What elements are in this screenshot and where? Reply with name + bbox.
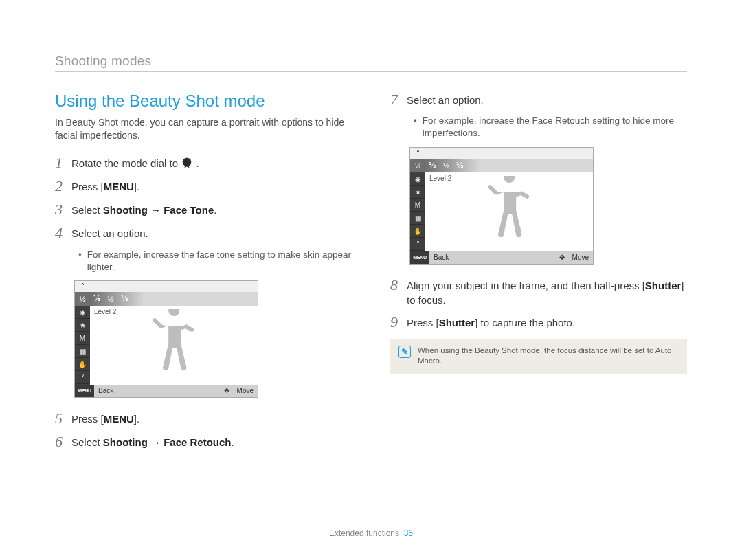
move-icon: ✥ xyxy=(557,253,567,262)
sidebar-icon: ◉ xyxy=(410,172,425,186)
step-9: 9 Press [Shutter] to capture the photo. xyxy=(390,314,687,331)
step-text: Select Shooting → Face Tone. xyxy=(71,201,216,217)
text: Select xyxy=(71,436,103,448)
page-number: 36 xyxy=(404,528,413,538)
person-silhouette-icon xyxy=(148,309,210,385)
text: . xyxy=(214,204,216,216)
move-label: Move xyxy=(568,254,593,261)
step-4-sub-bullet: • For example, increase the face tone se… xyxy=(78,249,352,273)
header-rule xyxy=(55,71,687,72)
level-tabs: ½ ⅓ ½ ⅓ xyxy=(410,159,593,172)
text: Press [ xyxy=(71,413,104,425)
step-number: 6 xyxy=(55,434,71,450)
step-number: 1 xyxy=(55,155,71,171)
step-text: Rotate the mode dial to + . xyxy=(71,155,199,170)
step-3: 3 Select Shooting → Face Tone. xyxy=(55,201,352,218)
sidebar-icon: M xyxy=(75,332,90,345)
bullet-dot: • xyxy=(78,249,82,273)
bottom-bar: MENU Back ✥ Move xyxy=(410,251,593,264)
move-label: Move xyxy=(233,387,258,394)
page-footer: Extended functions 36 xyxy=(0,528,742,538)
chevron-down-icon: ˅ xyxy=(410,238,425,251)
bullet-dot: • xyxy=(414,115,417,139)
content-columns: Using the Beauty Shot mode In Beauty Sho… xyxy=(55,91,687,457)
sub-bullet-text: For example, increase the Face Retouch s… xyxy=(423,115,687,139)
step-5: 5 Press [MENU]. xyxy=(55,410,352,427)
page-title: Using the Beauty Shot mode xyxy=(55,91,352,111)
right-column: 7 Select an option. • For example, incre… xyxy=(390,91,687,457)
text: Rotate the mode dial to xyxy=(71,157,181,169)
sidebar-icon: ★ xyxy=(410,186,425,199)
chevron-up-icon: ˄ xyxy=(410,148,425,159)
person-silhouette-icon xyxy=(483,176,545,251)
text: Press [ xyxy=(407,317,439,328)
sidebar-icon: ★ xyxy=(75,319,90,332)
tab-option: ⅓ xyxy=(117,294,131,303)
tab-option: ½ xyxy=(104,295,117,303)
text: Align your subject in the frame, and the… xyxy=(407,280,645,291)
step-number: 9 xyxy=(390,314,407,331)
camera-ui-screenshot-face-retouch: ˄ ½ ⅓ ½ ⅓ ◉ ★ M ▦ ✋ ˅ xyxy=(409,147,594,265)
steps-list-left-cont: 5 Press [MENU]. 6 Select Shooting → Face… xyxy=(55,410,352,450)
text-bold: MENU xyxy=(104,413,134,425)
sidebar-icon: ▦ xyxy=(75,345,90,358)
text: Press [ xyxy=(71,181,104,192)
intro-paragraph: In Beauty Shot mode, you can capture a p… xyxy=(55,116,352,142)
step-number: 3 xyxy=(55,201,71,218)
footer-label: Extended functions xyxy=(329,528,399,538)
step-text: Select an option. xyxy=(407,91,484,107)
step-7: 7 Select an option. xyxy=(390,91,687,108)
preview-area: Level 2 xyxy=(90,306,258,385)
note-icon: ✎ xyxy=(398,346,411,358)
step-number: 7 xyxy=(390,91,407,108)
text-bold: MENU xyxy=(104,181,134,192)
level-label: Level 2 xyxy=(429,175,451,182)
camera-ui-screenshot-face-tone: ˄ ½ ⅓ ½ ⅓ ◉ ★ M ▦ ✋ ˅ xyxy=(74,280,258,398)
left-column: Using the Beauty Shot mode In Beauty Sho… xyxy=(55,91,352,457)
text: ] to capture the photo. xyxy=(475,317,575,328)
sub-bullet-text: For example, increase the face tone sett… xyxy=(87,249,352,273)
text: ]. xyxy=(134,413,139,425)
text: Select xyxy=(71,204,103,216)
menu-button-icon: MENU xyxy=(410,251,429,264)
step-text: Align your subject in the frame, and the… xyxy=(407,277,687,307)
text-bold: Shutter xyxy=(439,317,475,328)
steps-list-left: 1 Rotate the mode dial to + . 2 Press [M… xyxy=(55,155,352,242)
text-bold: Shooting → Face Tone xyxy=(103,204,214,216)
step-4: 4 Select an option. xyxy=(55,225,352,241)
step-text: Press [Shutter] to capture the photo. xyxy=(407,314,575,330)
sidebar-icon: M xyxy=(410,199,425,212)
svg-text:+: + xyxy=(190,157,192,160)
chevron-up-icon: ˄ xyxy=(75,281,90,292)
sidebar-icon: ▦ xyxy=(410,212,425,225)
back-label: Back xyxy=(429,254,453,261)
text: ]. xyxy=(134,181,139,192)
beauty-shot-mode-icon: + xyxy=(181,157,193,169)
tab-option: ⅓ xyxy=(453,161,466,170)
text-bold: Shooting → Face Retouch xyxy=(103,436,232,448)
step-7-sub-bullet: • For example, increase the Face Retouch… xyxy=(414,115,687,139)
note-text: When using the Beauty Shot mode, the foc… xyxy=(418,346,679,367)
steps-list-right-cont: 8 Align your subject in the frame, and t… xyxy=(390,277,687,331)
move-icon: ✥ xyxy=(222,386,232,396)
preview-area: Level 2 xyxy=(425,172,593,251)
step-number: 5 xyxy=(55,410,71,427)
tab-option: ⅓ xyxy=(425,161,439,170)
section-header: Shooting modes xyxy=(55,54,687,71)
sidebar-icon: ◉ xyxy=(75,306,90,319)
sidebar-icon: ✋ xyxy=(75,358,90,371)
step-6: 6 Select Shooting → Face Retouch. xyxy=(55,434,352,450)
text-bold: Shutter xyxy=(645,280,682,291)
tab-option: ½ xyxy=(439,161,453,170)
chevron-down-icon: ˅ xyxy=(75,371,90,384)
tab-option: ⅓ xyxy=(90,294,104,303)
step-text: Select Shooting → Face Retouch. xyxy=(71,434,234,449)
sidebar-icon: ✋ xyxy=(410,225,425,238)
step-number: 8 xyxy=(390,277,407,293)
text: . xyxy=(232,436,234,448)
settings-sidebar: ◉ ★ M ▦ ✋ ˅ xyxy=(410,172,425,251)
text: . xyxy=(196,157,199,169)
menu-button-icon: MENU xyxy=(75,385,94,397)
step-number: 4 xyxy=(55,225,71,241)
step-number: 2 xyxy=(55,178,71,194)
